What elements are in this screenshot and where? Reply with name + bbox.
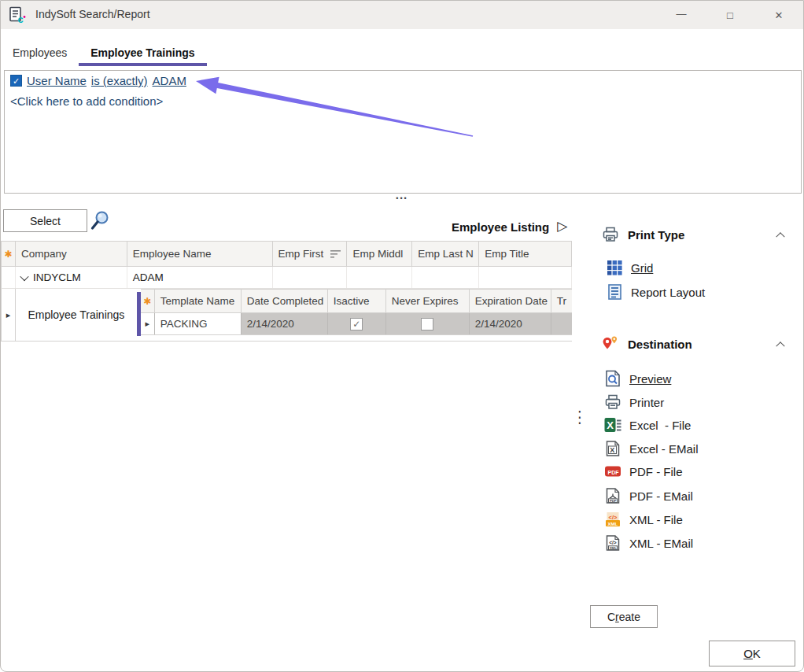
minimize-button[interactable]: — xyxy=(657,1,706,29)
condition-enabled-checkbox[interactable] xyxy=(10,75,22,87)
column-header-emp-middl[interactable]: Emp Middl xyxy=(347,242,412,266)
svg-text:X: X xyxy=(610,446,614,454)
listing-title: Employee Listing xyxy=(452,220,549,234)
select-button[interactable]: Select xyxy=(3,209,87,232)
run-report-icon[interactable]: ▷ xyxy=(557,218,567,234)
horizontal-splitter[interactable]: ••• xyxy=(378,194,426,202)
never-expires-checkbox[interactable] xyxy=(421,318,433,330)
vertical-splitter[interactable]: ⋮ xyxy=(573,407,587,426)
column-header-employee-name[interactable]: Employee Name xyxy=(127,242,273,266)
column-header-label: Emp First xyxy=(278,248,324,260)
xml-email-icon: </> XML xyxy=(603,535,622,551)
column-header-tr[interactable]: Tr xyxy=(551,290,572,312)
printer-icon xyxy=(603,393,622,411)
collapse-section-icon[interactable] xyxy=(776,232,784,241)
employee-row[interactable]: INDYCLM ADAM xyxy=(1,267,572,289)
required-column-header: ✱ xyxy=(2,242,16,266)
preview-icon xyxy=(603,370,622,387)
trainings-grid: ✱ Template Name Date Completed Isactive … xyxy=(141,289,572,341)
isactive-checkbox[interactable] xyxy=(350,318,363,330)
indysoft-search-report-window: c IndySoft Search/Report — □ ✕ Employees… xyxy=(0,0,804,672)
title-bar: c IndySoft Search/Report — □ ✕ xyxy=(1,1,803,29)
maximize-button[interactable]: □ xyxy=(706,1,754,29)
expiration-date-cell: 2/14/2020 xyxy=(470,313,551,334)
pdf-file-icon: PDF xyxy=(603,464,622,478)
printer-icon xyxy=(600,226,621,243)
row-indicator-cell: ▸ xyxy=(141,313,155,334)
column-header-template-name[interactable]: Template Name xyxy=(155,290,242,312)
destination-header: Destination xyxy=(600,334,784,353)
svg-text:c: c xyxy=(18,13,24,24)
ok-button[interactable]: OK xyxy=(709,641,795,666)
asterisk-icon: ✱ xyxy=(143,296,151,307)
destination-excel-file-label: Excel - File xyxy=(629,419,691,432)
condition-row: User Name is (exactly) ADAM xyxy=(10,74,186,87)
print-type-option-grid[interactable]: Grid xyxy=(605,260,653,275)
condition-builder-panel: User Name is (exactly) ADAM <Click here … xyxy=(4,70,802,194)
row-indicator-cell xyxy=(2,267,16,288)
sort-ascending-icon xyxy=(330,250,341,258)
condition-operator-link[interactable]: is (exactly) xyxy=(91,74,148,87)
print-type-header: Print Type xyxy=(600,226,784,243)
employee-grid: ✱ Company Employee Name Emp First Emp Mi… xyxy=(1,241,572,342)
destination-option-excel-email[interactable]: X Excel - EMail xyxy=(603,441,699,456)
destination-option-pdf-email[interactable]: PDF PDF - EMail xyxy=(603,488,693,504)
svg-text:X: X xyxy=(607,419,614,431)
destination-option-xml-file[interactable]: </> XML XML - File xyxy=(603,511,683,527)
create-button[interactable]: Create xyxy=(590,605,658,628)
template-name-cell: PACKING xyxy=(155,313,242,334)
destination-title: Destination xyxy=(628,338,692,351)
column-header-isactive[interactable]: Isactive xyxy=(328,290,386,312)
emp-last-cell xyxy=(412,267,479,288)
report-layout-icon xyxy=(605,284,624,300)
destination-option-printer[interactable]: Printer xyxy=(603,393,664,411)
add-condition-link[interactable]: <Click here to add condition> xyxy=(10,94,163,108)
destination-printer-label: Printer xyxy=(629,396,664,409)
condition-field-link[interactable]: User Name xyxy=(27,74,87,87)
print-type-option-report-layout[interactable]: Report Layout xyxy=(605,284,705,300)
destination-option-preview[interactable]: Preview xyxy=(603,370,671,387)
excel-email-icon: X xyxy=(603,441,622,456)
column-header-never-expires[interactable]: Never Expires xyxy=(386,290,470,312)
detail-region: ▸ Employee Trainings ✱ Template Name Dat… xyxy=(1,289,572,342)
column-header-emp-title[interactable]: Emp Title xyxy=(479,242,572,266)
required-column-header: ✱ xyxy=(141,290,155,312)
destination-xml-email-label: XML - EMail xyxy=(629,537,693,550)
training-row[interactable]: ▸ PACKING 2/14/2020 2/14/2020 xyxy=(141,313,572,335)
window-title: IndySoft Search/Report xyxy=(35,8,150,20)
destination-option-xml-email[interactable]: </> XML XML - EMail xyxy=(603,535,693,551)
tab-employee-trainings[interactable]: Employee Trainings xyxy=(79,42,206,66)
create-label-pre: C xyxy=(607,611,615,623)
create-label-post: eate xyxy=(619,611,640,623)
detail-tab-label[interactable]: Employee Trainings xyxy=(16,289,137,341)
svg-text:</>: </> xyxy=(609,514,618,521)
destination-pdf-email-label: PDF - EMail xyxy=(629,489,693,503)
destination-option-excel-file[interactable]: X Excel - File xyxy=(603,417,691,433)
column-header-emp-last[interactable]: Emp Last N xyxy=(412,242,479,266)
svg-text:PDF: PDF xyxy=(610,499,617,503)
search-icon[interactable] xyxy=(89,210,111,235)
column-header-expiration-date[interactable]: Expiration Date xyxy=(470,290,551,312)
current-row-icon: ▸ xyxy=(145,319,149,329)
destination-xml-file-label: XML - File xyxy=(629,513,683,526)
column-header-date-completed[interactable]: Date Completed xyxy=(242,290,328,312)
tab-employees[interactable]: Employees xyxy=(1,42,79,66)
employee-name-cell: ADAM xyxy=(127,267,273,288)
trainings-header-row: ✱ Template Name Date Completed Isactive … xyxy=(141,289,572,313)
grid-header-row: ✱ Company Employee Name Emp First Emp Mi… xyxy=(1,241,572,267)
close-button[interactable]: ✕ xyxy=(754,1,803,29)
condition-value-link[interactable]: ADAM xyxy=(153,74,186,87)
collapse-row-icon[interactable] xyxy=(20,271,28,280)
print-type-title: Print Type xyxy=(628,228,684,242)
never-expires-cell xyxy=(386,313,470,334)
isactive-cell xyxy=(328,313,386,334)
collapse-section-icon[interactable] xyxy=(776,342,784,350)
column-header-emp-first[interactable]: Emp First xyxy=(273,242,348,266)
app-icon: c xyxy=(9,6,26,27)
svg-text:XML: XML xyxy=(607,522,618,526)
destination-option-pdf-file[interactable]: PDF PDF - File xyxy=(603,464,683,478)
window-controls: — □ ✕ xyxy=(657,1,803,29)
date-completed-cell: 2/14/2020 xyxy=(242,313,328,334)
xml-file-icon: </> XML xyxy=(603,511,622,527)
column-header-company[interactable]: Company xyxy=(16,242,127,266)
